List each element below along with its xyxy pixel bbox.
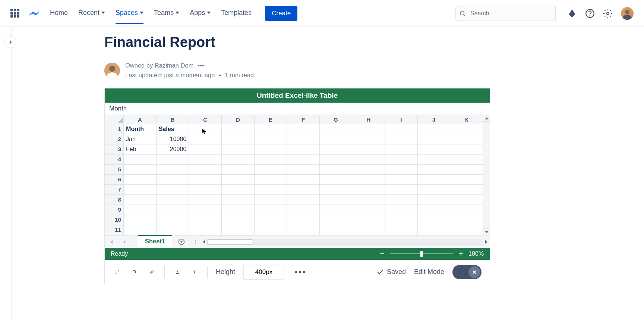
create-button[interactable]: Create xyxy=(265,6,297,21)
cell[interactable]: 20000 xyxy=(156,144,189,155)
vertical-scrollbar[interactable] xyxy=(483,115,490,235)
cell[interactable] xyxy=(124,225,157,235)
cell[interactable]: Month xyxy=(124,124,157,134)
cell[interactable] xyxy=(287,124,320,134)
cell[interactable] xyxy=(417,124,450,134)
cell[interactable] xyxy=(352,124,385,134)
cell[interactable] xyxy=(417,195,450,205)
cell[interactable] xyxy=(352,175,385,185)
cell[interactable]: Sales xyxy=(156,124,189,134)
cell[interactable] xyxy=(319,205,352,215)
cell[interactable] xyxy=(385,134,418,144)
cell[interactable] xyxy=(385,124,418,134)
cell[interactable] xyxy=(189,144,222,155)
cell[interactable] xyxy=(417,185,450,195)
row-header[interactable]: 2 xyxy=(105,134,124,144)
cell[interactable] xyxy=(124,195,157,205)
scroll-up-button[interactable] xyxy=(483,115,490,122)
cell[interactable] xyxy=(417,215,450,225)
owner-avatar[interactable] xyxy=(104,63,120,78)
column-header[interactable]: G xyxy=(319,115,352,124)
cell[interactable]: 10000 xyxy=(156,134,189,144)
cell[interactable] xyxy=(287,155,320,165)
cell[interactable] xyxy=(417,144,450,155)
cell[interactable] xyxy=(189,134,222,144)
cell[interactable] xyxy=(450,165,483,175)
nav-home[interactable]: Home xyxy=(50,3,68,24)
cell[interactable] xyxy=(124,205,157,215)
edit-icon[interactable] xyxy=(130,268,139,277)
cell[interactable] xyxy=(352,155,385,165)
cell[interactable] xyxy=(450,195,483,205)
row-header[interactable]: 7 xyxy=(105,185,124,195)
cell[interactable] xyxy=(221,215,254,225)
cell[interactable] xyxy=(156,225,189,235)
cell[interactable] xyxy=(156,165,189,175)
cell[interactable] xyxy=(385,144,418,155)
column-header[interactable]: K xyxy=(450,115,483,124)
cell[interactable] xyxy=(319,175,352,185)
cell[interactable] xyxy=(319,225,352,235)
cell[interactable] xyxy=(287,165,320,175)
cell[interactable] xyxy=(352,205,385,215)
cell[interactable] xyxy=(221,124,254,134)
cell[interactable] xyxy=(417,205,450,215)
cell[interactable] xyxy=(319,165,352,175)
cell[interactable] xyxy=(156,215,189,225)
cell[interactable] xyxy=(287,195,320,205)
cell[interactable] xyxy=(156,195,189,205)
column-header[interactable]: H xyxy=(352,115,385,124)
cell[interactable]: Feb xyxy=(124,144,157,155)
cell[interactable] xyxy=(189,195,222,205)
cell[interactable] xyxy=(352,144,385,155)
formula-bar[interactable]: Month xyxy=(105,103,490,115)
cell[interactable] xyxy=(385,185,418,195)
column-header[interactable]: J xyxy=(417,115,450,124)
cell[interactable] xyxy=(450,225,483,235)
cell[interactable] xyxy=(254,175,287,185)
cell[interactable] xyxy=(417,175,450,185)
cell[interactable] xyxy=(352,165,385,175)
cell[interactable] xyxy=(385,165,418,175)
nav-spaces[interactable]: Spaces xyxy=(116,3,143,24)
cell[interactable] xyxy=(287,144,320,155)
cell[interactable] xyxy=(352,215,385,225)
cell[interactable] xyxy=(254,215,287,225)
cell[interactable] xyxy=(287,205,320,215)
cell[interactable] xyxy=(254,205,287,215)
row-header[interactable]: 4 xyxy=(105,155,124,165)
cell[interactable] xyxy=(156,185,189,195)
column-header[interactable]: A xyxy=(124,115,157,124)
hscroll-track[interactable] xyxy=(207,239,483,245)
cell[interactable] xyxy=(254,144,287,155)
hscroll-thumb[interactable] xyxy=(208,239,252,244)
column-header[interactable]: E xyxy=(254,115,287,124)
row-header[interactable]: 3 xyxy=(105,144,124,155)
more-actions-icon[interactable]: ••• xyxy=(196,62,204,69)
expand-sidebar-button[interactable] xyxy=(4,36,16,48)
row-header[interactable]: 5 xyxy=(105,165,124,175)
cell[interactable] xyxy=(319,185,352,195)
cell[interactable] xyxy=(385,155,418,165)
cell[interactable] xyxy=(221,175,254,185)
column-header[interactable]: D xyxy=(221,115,254,124)
cell[interactable] xyxy=(254,225,287,235)
cell[interactable] xyxy=(156,205,189,215)
cell[interactable] xyxy=(385,195,418,205)
cell[interactable] xyxy=(450,175,483,185)
cell[interactable] xyxy=(254,195,287,205)
cell[interactable] xyxy=(287,225,320,235)
edit-mode-toggle[interactable] xyxy=(452,265,482,279)
cell[interactable] xyxy=(189,215,222,225)
cell[interactable] xyxy=(124,215,157,225)
cell[interactable] xyxy=(319,215,352,225)
cell[interactable] xyxy=(352,185,385,195)
row-header[interactable]: 10 xyxy=(105,215,124,225)
cell[interactable] xyxy=(450,124,483,134)
settings-icon[interactable] xyxy=(603,9,613,18)
cell[interactable] xyxy=(417,165,450,175)
cell[interactable] xyxy=(156,155,189,165)
row-header[interactable]: 6 xyxy=(105,175,124,185)
cell[interactable] xyxy=(450,144,483,155)
zoom-slider[interactable] xyxy=(390,253,453,254)
